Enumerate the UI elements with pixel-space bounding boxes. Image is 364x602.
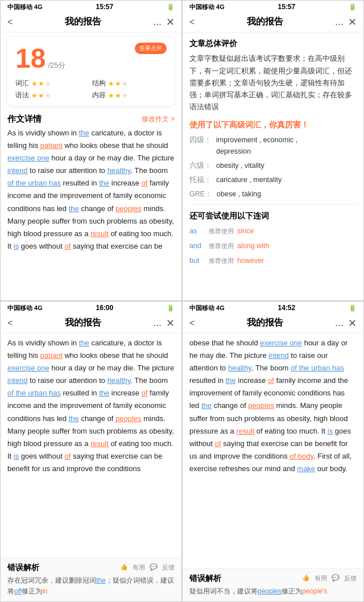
overall-title: 文章总体评价 — [189, 37, 357, 50]
useful-label-bl[interactable]: 有用 — [133, 563, 145, 572]
bl-is: is — [14, 452, 19, 460]
essay-word-of: of — [142, 179, 148, 187]
nav-bar-br: < 我的报告 ... ✕ — [183, 313, 363, 333]
status-bar-br: 中国移动 4G 14:52 🔋 — [183, 302, 363, 313]
status-bar-bl: 中国移动 4G 16:00 🔋 — [1, 302, 181, 313]
star-5: ★ — [115, 80, 121, 88]
vocab-label: 词汇 — [15, 79, 29, 88]
br-healthy: healthy — [228, 364, 251, 372]
more-icon-tr[interactable]: ... — [335, 16, 344, 28]
vocab-item-3: GRE： obese , taking — [189, 188, 357, 200]
essay-word-patiant: patiant — [40, 141, 63, 150]
close-icon-tl[interactable]: ✕ — [166, 16, 175, 28]
nav-title-bl: 我的报告 — [65, 317, 101, 329]
close-icon-tr[interactable]: ✕ — [348, 16, 357, 28]
back-button-tr[interactable]: < — [189, 17, 195, 27]
back-button-bl[interactable]: < — [7, 318, 13, 328]
score-structure: 结构 ★ ★ ★ — [92, 79, 167, 88]
useful-label-br[interactable]: 有用 — [315, 574, 327, 583]
conn-recommend-and: along with — [237, 240, 269, 251]
screen-bottom-left: 中国移动 4G 16:00 🔋 < 我的报告 ... ✕ As is vivid… — [0, 301, 182, 602]
connective-list: as 推荐使用 since and 推荐使用 along with but 推荐… — [189, 225, 357, 266]
nav-title-br: 我的报告 — [247, 317, 283, 329]
screen-top-left: 中国移动 4G 15:57 🔋 < 我的报告 ... ✕ 查看点评 18 /25… — [0, 0, 182, 301]
back-button-br[interactable]: < — [189, 318, 195, 328]
bl-peoples: peoples — [115, 414, 142, 423]
close-icon-br[interactable]: ✕ — [348, 317, 357, 329]
star-6: ★ — [122, 80, 128, 88]
feedback-label-bl[interactable]: 反馈 — [162, 563, 175, 572]
nav-icons-bl: ... ✕ — [153, 317, 175, 329]
feedback-icon-br: 💬 — [332, 574, 340, 583]
br-of-body: of body — [289, 452, 313, 460]
screen-top-right: 中国移动 4G 15:57 🔋 < 我的报告 ... ✕ 文章总体评价 文章字数… — [182, 0, 364, 301]
bl-the3: the — [69, 414, 79, 423]
bl-of2: of — [64, 452, 71, 460]
feedback-icon-bl: 💬 — [150, 563, 158, 572]
star-2: ★ — [38, 80, 44, 88]
error-actions-br: 👍 有用 💬 反馈 — [302, 574, 357, 583]
more-icon-bl[interactable]: ... — [153, 317, 162, 329]
content-label: 内容 — [92, 90, 106, 100]
vocab-title: 使用了以下高级词汇，你真厉害！ — [189, 118, 357, 131]
panel-body-tr: 文章总体评价 文章字数疑似超出该考试字数要求；在高中级别下，有一定词汇积累，能使… — [183, 32, 363, 274]
conn-suggest-as: 推荐使用 — [209, 226, 234, 237]
bl-patiant: patiant — [40, 351, 63, 360]
essay-word-the1: the — [79, 129, 89, 137]
essay-section-title: 作文详情 — [7, 114, 42, 125]
essay-word-healthy: healthy — [107, 166, 131, 175]
essay-word-result: result — [90, 229, 109, 238]
content-stars: ★ ★ ★ — [108, 92, 128, 100]
br-of: of — [268, 376, 274, 385]
bl-exercise: exercise one — [7, 364, 49, 372]
error-peoples-fix: people's — [302, 587, 327, 595]
status-bar-tl: 中国移动 4G 15:57 🔋 — [1, 1, 181, 12]
vocab-label-2: 托福： — [189, 174, 212, 185]
vocab-words-3: obese , taking — [217, 188, 261, 200]
vocab-item-1: 六级： obesity , vitality — [189, 160, 357, 171]
vocab-words-2: caricature , mentality — [216, 174, 282, 185]
more-icon-br[interactable]: ... — [335, 317, 344, 329]
feedback-label-br[interactable]: 反馈 — [344, 574, 357, 583]
error-header-br: 错误解析 👍 有用 💬 反馈 — [189, 574, 357, 584]
carrier-tl: 中国移动 4G — [7, 3, 43, 11]
score-number: 18 — [15, 43, 46, 74]
connective-item-as: as 推荐使用 since — [189, 225, 357, 237]
conn-suggest-and: 推荐使用 — [209, 241, 234, 251]
star-12: ★ — [122, 92, 128, 100]
error-peoples: peoples — [258, 587, 282, 595]
br-make: make — [297, 464, 315, 473]
star-7: ★ — [31, 92, 38, 100]
bl-of: of — [142, 389, 148, 397]
bl-healthy: healthy — [107, 376, 131, 385]
br-of-the: of the urban has — [291, 364, 344, 372]
battery-bl: 🔋 — [167, 304, 175, 312]
score-card: 查看点评 18 /25分 词汇 ★ ★ ★ 结构 ★ — [7, 37, 175, 106]
battery-tl: 🔋 — [167, 3, 175, 11]
review-button[interactable]: 查看点评 — [135, 43, 167, 54]
error-the: the — [96, 576, 106, 584]
carrier-tr: 中国移动 4G — [189, 3, 225, 11]
star-10: ★ — [108, 92, 114, 100]
error-box-br: 错误解析 👍 有用 💬 反馈 疑似用词不当，建议将peoples修正为peopl… — [183, 568, 363, 601]
connective-item-and: and 推荐使用 along with — [189, 240, 357, 251]
essay-word-the3: the — [69, 204, 79, 213]
br-the2: the — [226, 376, 236, 385]
conn-word-but: but — [189, 255, 205, 266]
back-button-tl[interactable]: < — [7, 17, 13, 27]
conn-word-and: and — [189, 240, 205, 251]
score-total: /25分 — [48, 60, 65, 71]
time-tr: 15:57 — [278, 3, 296, 11]
more-icon-tl[interactable]: ... — [153, 16, 162, 28]
error-box-bl: 错误解析 👍 有用 💬 反馈 存在冠词冗余，建议删除冠词the；疑似介词错误，建… — [1, 558, 181, 601]
score-grammar: 语法 ★ ★ ★ — [15, 90, 90, 100]
error-content-bl: 存在冠词冗余，建议删除冠词the；疑似介词错误，建议将off修正为in — [7, 575, 175, 597]
edit-essay-link[interactable]: 修改作文 > — [142, 114, 175, 124]
error-off: off — [14, 587, 22, 595]
close-icon-bl[interactable]: ✕ — [166, 317, 175, 329]
vocab-label-1: 六级： — [189, 160, 212, 171]
nav-icons-br: ... ✕ — [335, 317, 357, 329]
conn-recommend-but: however — [237, 255, 264, 266]
thumbup-icon-bl: 👍 — [120, 563, 128, 572]
nav-title-tl: 我的报告 — [65, 16, 101, 28]
